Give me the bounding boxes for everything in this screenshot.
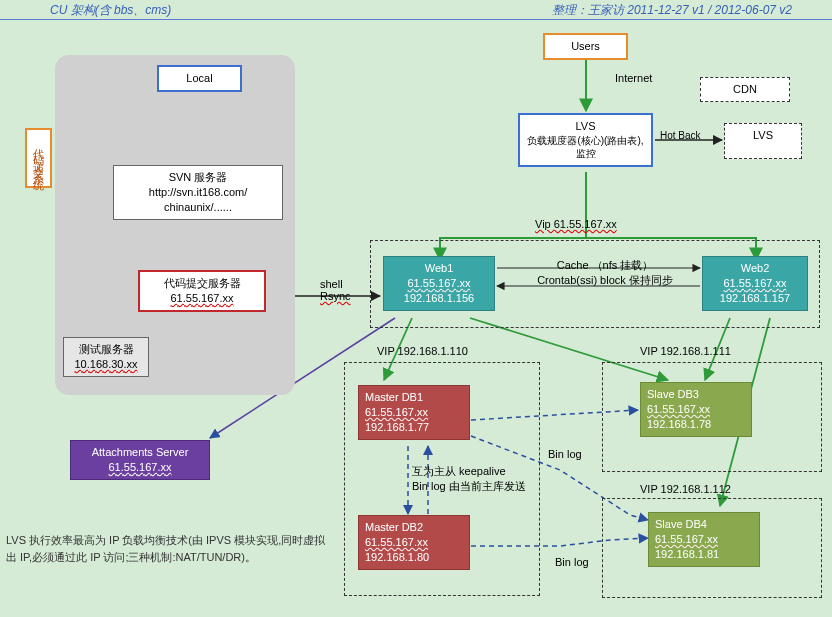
vip-router-label: Vip 61.55.167.xx — [535, 218, 617, 230]
binlog1-label: Bin log — [548, 448, 582, 460]
web2-box: Web2 61.55.167.xx 192.168.1.157 — [702, 256, 808, 311]
users-box: Users — [543, 33, 628, 60]
lvs-footnote: LVS 执行效率最高为 IP 负载均衡技术(由 IPVS 模块实现,同时虚拟出 … — [6, 532, 336, 567]
svn-box: SVN 服务器 http://svn.it168.com/ chinaunix/… — [113, 165, 283, 220]
keepalive-label: 互为主从 keepalive Bin log 由当前主库发送 — [412, 464, 572, 494]
master-db1-box: Master DB1 61.55.167.xx 192.168.1.77 — [358, 385, 470, 440]
local-box: Local — [157, 65, 242, 92]
master-db2-box: Master DB2 61.55.167.xx 192.168.1.80 — [358, 515, 470, 570]
vip-left-label: VIP 192.168.1.110 — [377, 345, 468, 357]
vip-right-top-label: VIP 192.168.1.111 — [640, 345, 731, 357]
lvs-backup-box: LVS — [724, 123, 802, 159]
attachments-box: Attachments Server 61.55.167.xx — [70, 440, 210, 480]
slave-db3-box: Slave DB3 61.55.167.xx 192.168.1.78 — [640, 382, 752, 437]
commit-server-box: 代码提交服务器 61.55.167.xx — [138, 270, 266, 312]
header-left: CU 架构(含 bbs、cms) — [50, 3, 171, 17]
test-server-box: 测试服务器 10.168.30.xx — [63, 337, 149, 377]
code-submit-vlabel: 代码递交系统 — [25, 128, 52, 188]
binlog2-label: Bin log — [555, 556, 589, 568]
header-right: 整理：王家访 2011-12-27 v1 / 2012-06-07 v2 — [552, 2, 792, 19]
web1-box: Web1 61.55.167.xx 192.168.1.156 — [383, 256, 495, 311]
internet-label: Internet — [615, 72, 652, 84]
lvs-main-box: LVS 负载规度器(核心)(路由表), 监控 — [518, 113, 653, 167]
hot-back-label: Hot Back — [660, 130, 701, 141]
web-mid-labels: Cache （nfs 挂载） Crontab(ssi) block 保持同步 — [520, 258, 690, 288]
vip-right-bot-label: VIP 192.168.1.112 — [640, 483, 731, 495]
shell-rsync-label: shell Rsync — [320, 278, 351, 302]
page-header: CU 架构(含 bbs、cms) 整理：王家访 2011-12-27 v1 / … — [0, 0, 832, 20]
slave-db4-box: Slave DB4 61.55.167.xx 192.168.1.81 — [648, 512, 760, 567]
cdn-box: CDN — [700, 77, 790, 102]
